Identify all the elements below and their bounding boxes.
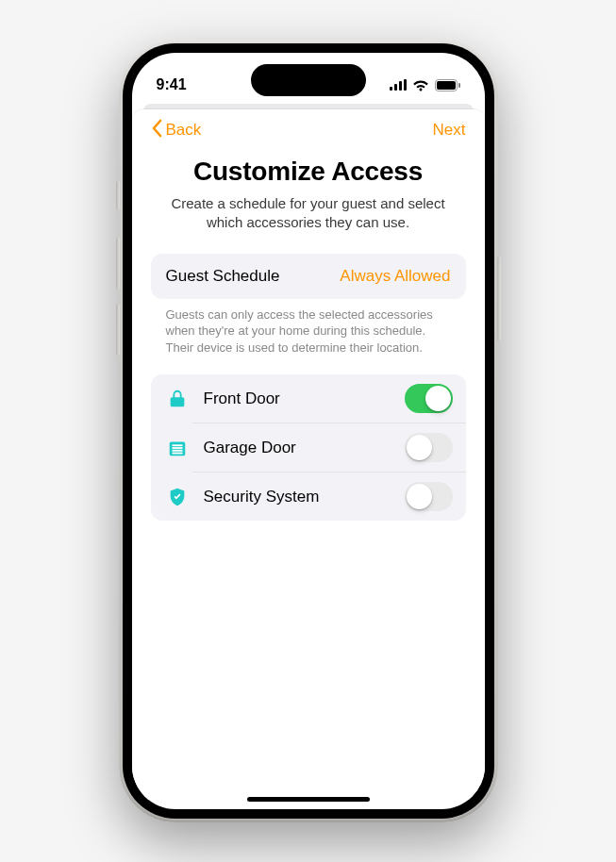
phone-frame: 9:41 xyxy=(119,40,498,822)
side-button-power xyxy=(497,257,501,341)
guest-schedule-value: Always Allowed xyxy=(340,267,450,286)
side-button-action xyxy=(116,181,120,209)
accessory-row-security-system: Security System xyxy=(192,472,466,521)
accessory-list: Front Door Garage Door xyxy=(151,374,466,521)
svg-rect-6 xyxy=(458,83,460,88)
shield-icon xyxy=(151,487,192,507)
guest-schedule-label: Guest Schedule xyxy=(166,267,280,286)
page-title: Customize Access xyxy=(151,157,466,187)
garage-icon xyxy=(151,438,192,458)
svg-rect-8 xyxy=(172,444,182,446)
svg-rect-1 xyxy=(394,84,397,91)
svg-rect-5 xyxy=(437,81,456,90)
guest-schedule-row[interactable]: Guest Schedule Always Allowed xyxy=(151,254,466,299)
accessory-row-front-door: Front Door xyxy=(151,374,466,423)
svg-rect-3 xyxy=(404,79,407,91)
accessory-toggle-garage-door[interactable] xyxy=(405,433,453,462)
lock-icon xyxy=(162,389,192,409)
wifi-icon xyxy=(412,79,429,91)
svg-rect-2 xyxy=(399,81,402,91)
svg-rect-11 xyxy=(172,452,182,454)
sheet: Back Next Customize Access Create a sche… xyxy=(132,109,485,800)
home-indicator[interactable] xyxy=(247,797,370,802)
page-subtitle: Create a schedule for your guest and sel… xyxy=(151,194,466,233)
cellular-icon xyxy=(390,79,407,91)
screen: 9:41 xyxy=(132,53,485,809)
accessory-row-garage-door: Garage Door xyxy=(192,423,466,472)
back-button[interactable]: Back xyxy=(151,119,202,142)
accessory-label: Garage Door xyxy=(204,439,393,457)
svg-rect-0 xyxy=(390,87,392,91)
side-button-vol-down xyxy=(116,304,120,356)
svg-rect-10 xyxy=(172,449,182,451)
svg-rect-9 xyxy=(172,447,182,449)
side-button-vol-up xyxy=(116,238,120,290)
back-label: Back xyxy=(166,121,202,140)
guest-schedule-footnote: Guests can only access the selected acce… xyxy=(151,299,466,372)
chevron-left-icon xyxy=(151,119,162,142)
dynamic-island xyxy=(251,64,366,96)
status-time: 9:41 xyxy=(157,76,187,93)
accessory-label: Security System xyxy=(204,488,393,506)
accessory-toggle-security-system[interactable] xyxy=(405,482,453,511)
accessory-toggle-front-door[interactable] xyxy=(405,384,453,413)
accessory-label: Front Door xyxy=(204,390,393,408)
next-button[interactable]: Next xyxy=(433,121,466,140)
guest-schedule-card: Guest Schedule Always Allowed xyxy=(151,254,466,299)
nav-bar: Back Next xyxy=(151,109,466,151)
battery-icon xyxy=(435,79,460,91)
